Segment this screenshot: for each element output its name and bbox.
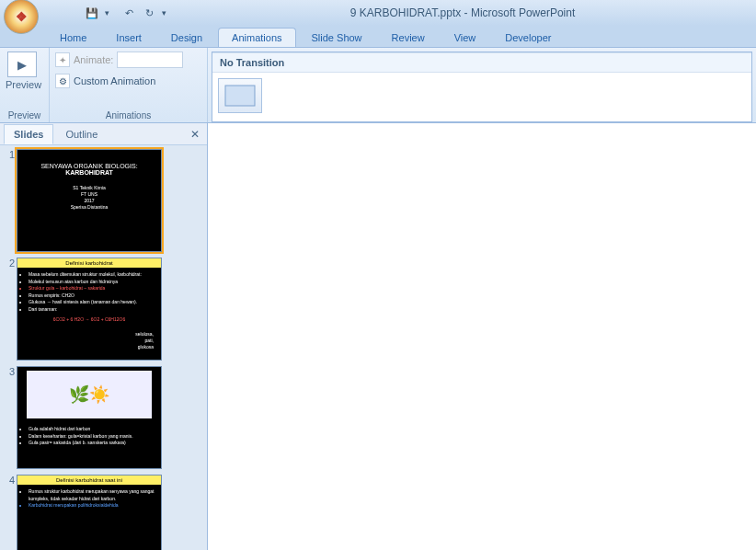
redo-icon[interactable]: ↻	[142, 6, 156, 20]
slide-thumbnail[interactable]: SENYAWA ORGANIK BIOLOGIS:KARBOHIDRATS1 T…	[17, 149, 162, 252]
slide-number: 3	[4, 366, 17, 469]
preview-icon: ▶	[7, 52, 37, 77]
animate-icon: ✦	[55, 52, 70, 67]
tab-view[interactable]: View	[441, 28, 490, 47]
slide-canvas[interactable]	[208, 123, 756, 550]
custom-animation-icon: ⚙	[55, 74, 70, 88]
preview-button[interactable]: ▶ Preview	[6, 52, 39, 90]
tab-home[interactable]: Home	[46, 28, 100, 47]
tab-design[interactable]: Design	[157, 28, 216, 47]
animate-label: Animate:	[74, 54, 113, 65]
slide-thumbnail[interactable]: Definisi karbohidratMasa sebelum ditemuk…	[17, 258, 162, 361]
tab-review[interactable]: Review	[378, 28, 439, 47]
group-animations: Animations	[55, 109, 201, 122]
transition-gallery[interactable]: No TransitionFades and DissolvesWipesPus…	[212, 52, 752, 122]
save-icon[interactable]: 💾	[85, 6, 99, 20]
slide-thumbnail[interactable]: 🌿☀️Gula adalah hidrat dari karbonDalam k…	[17, 366, 162, 469]
undo-icon[interactable]: ↶	[121, 6, 136, 20]
outline-tab[interactable]: Outline	[55, 124, 108, 144]
animate-select	[117, 52, 183, 68]
slide-number: 2	[4, 258, 17, 361]
group-preview: Preview	[6, 109, 43, 122]
slide-thumbnail[interactable]: Definisi karbohidrat saat iniRumus struk…	[17, 475, 162, 550]
qat-customize-icon[interactable]: ▾	[162, 8, 173, 17]
tab-slide-show[interactable]: Slide Show	[298, 28, 376, 47]
office-button[interactable]: ❖	[4, 0, 39, 34]
custom-animation-label: Custom Animation	[74, 75, 155, 86]
slide-number: 4	[4, 475, 17, 550]
tab-developer[interactable]: Developer	[491, 28, 565, 47]
gallery-category: No Transition	[212, 52, 751, 73]
close-panel-icon[interactable]: ✕	[187, 128, 203, 141]
tab-insert[interactable]: Insert	[102, 28, 155, 47]
svg-rect-0	[225, 86, 255, 106]
custom-animation-button[interactable]: ⚙ Custom Animation	[55, 74, 155, 88]
preview-label: Preview	[6, 79, 39, 90]
window-title: 9 KARBOHIDRAT.pptx - Microsoft PowerPoin…	[173, 6, 752, 19]
slide-number: 1	[4, 149, 17, 252]
transition-item[interactable]	[218, 78, 262, 113]
slides-tab[interactable]: Slides	[4, 124, 53, 144]
qat-split-icon[interactable]: ▾	[105, 8, 116, 17]
slide-thumbnails[interactable]: 1SENYAWA ORGANIK BIOLOGIS:KARBOHIDRATS1 …	[0, 145, 207, 550]
tab-animations[interactable]: Animations	[218, 28, 295, 47]
